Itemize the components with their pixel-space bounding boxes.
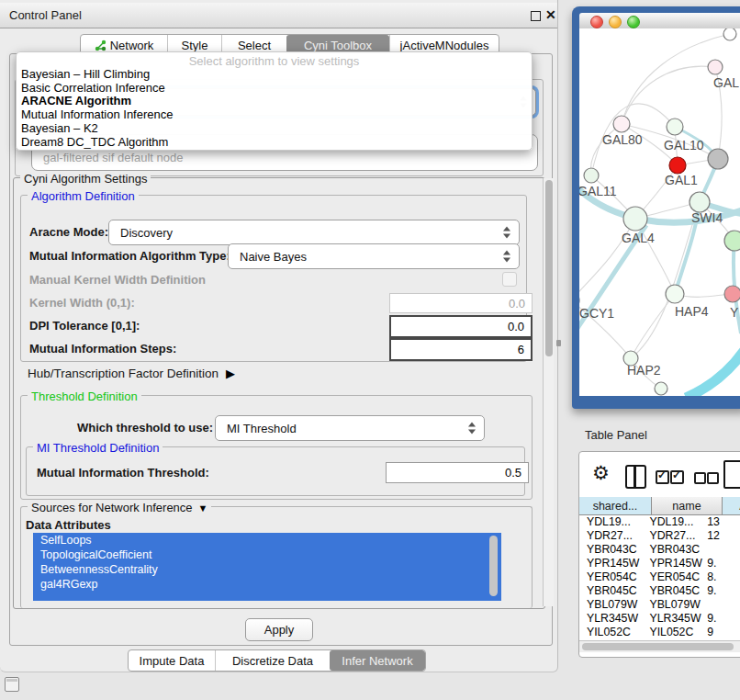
table-column-header[interactable]: A <box>723 497 740 515</box>
mi-threshold-group-title: MI Threshold Definition <box>33 441 163 455</box>
scrollbar-thumb[interactable] <box>582 643 734 650</box>
network-node[interactable] <box>623 207 647 231</box>
aracne-mode-value: Discovery <box>120 226 173 240</box>
apply-button[interactable]: Apply <box>245 618 313 641</box>
network-node-label: GAL1 <box>665 173 698 187</box>
network-node[interactable] <box>655 382 667 395</box>
algorithm-option[interactable]: Basic Correlation Inference <box>21 82 527 96</box>
sources-title[interactable]: Sources for Network Inference▼ <box>28 501 211 514</box>
settings-scrollbar-thumb[interactable] <box>545 180 553 356</box>
table-panel-title: Table Panel <box>585 428 647 442</box>
tab-impute-data[interactable]: Impute Data <box>129 650 215 671</box>
table-row[interactable]: YDL19...YDL19...13 <box>579 515 740 529</box>
network-node-label: Y <box>730 305 739 320</box>
dpi-tolerance-field[interactable]: 0.0 <box>389 315 533 338</box>
algorithm-option[interactable]: Dream8 DC_TDC Algorithm <box>21 136 527 150</box>
panel-dock-icon[interactable] <box>5 677 19 692</box>
data-attribute-item[interactable]: gal4RGexp <box>33 577 501 592</box>
table-cell: 9. <box>703 584 740 598</box>
network-node[interactable] <box>690 192 710 212</box>
table-row[interactable]: YBL079WYBL079W <box>579 598 740 612</box>
mi-type-combo[interactable]: Naive Bayes <box>228 243 520 269</box>
tab-label: Select <box>238 39 271 52</box>
zoom-traffic-light-icon[interactable] <box>627 16 640 28</box>
network-graph[interactable]: GALGAL80GAL10GAL1GAL11SWI4GAL4GCY1HAP4YH… <box>579 28 740 396</box>
algorithm-dropdown-placeholder: Select algorithm to view settings <box>17 54 532 68</box>
table-cell: 9 <box>703 626 740 636</box>
combo-arrows-icon <box>503 227 511 239</box>
network-node-label: GAL80 <box>602 132 643 147</box>
network-node-label: HAP4 <box>675 304 709 319</box>
tab-discretize-data[interactable]: Discretize Data <box>215 650 330 671</box>
network-node[interactable] <box>708 149 728 169</box>
manual-kernel-label: Manual Kernel Width Definition <box>29 273 206 287</box>
column-layout-icon[interactable] <box>625 465 646 489</box>
network-window-titlebar[interactable] <box>579 13 740 29</box>
select-all-checkbox-icon[interactable]: ✓ <box>656 470 669 484</box>
data-attributes-list[interactable]: SelfLoopsTopologicalCoefficientBetweenne… <box>33 533 501 601</box>
table-cell: YER054C <box>642 570 703 584</box>
table-cell: YDR27... <box>642 529 703 543</box>
table-row[interactable]: YDR27...YDR27...12 <box>579 529 740 543</box>
network-node[interactable] <box>613 116 630 132</box>
which-threshold-combo[interactable]: MI Threshold <box>215 415 485 441</box>
mi-threshold-field[interactable]: 0.5 <box>386 462 529 483</box>
table-row[interactable]: YLR345WYLR345W9. <box>579 612 740 626</box>
algorithm-dropdown-list: Bayesian – Hill ClimbingBasic Correlatio… <box>21 68 527 149</box>
document-icon[interactable] <box>723 460 740 489</box>
table-cell: 13 <box>703 515 740 529</box>
disclosure-right-icon: ▶ <box>226 367 235 380</box>
network-node[interactable] <box>724 231 740 251</box>
splitter-handle[interactable] <box>556 340 561 346</box>
settings-scrollbar[interactable] <box>543 178 554 606</box>
network-node[interactable] <box>724 286 740 302</box>
tab-infer-network[interactable]: Infer Network <box>330 650 425 671</box>
float-window-icon[interactable] <box>531 11 541 21</box>
network-node[interactable] <box>584 168 599 183</box>
mi-steps-field[interactable]: 6 <box>389 338 533 361</box>
table-cell: 9. <box>703 557 740 570</box>
network-node[interactable] <box>708 60 723 74</box>
data-attribute-item[interactable]: BetweennessCentrality <box>33 562 501 577</box>
network-node[interactable] <box>669 157 686 174</box>
table-cell: YBR045C <box>642 584 703 598</box>
tab-label: jActiveMNodules <box>400 39 489 52</box>
close-traffic-light-icon[interactable] <box>590 16 603 28</box>
table-cell: YBL079W <box>579 598 642 612</box>
network-node[interactable] <box>667 119 683 135</box>
algorithm-option[interactable]: Mutual Information Inference <box>21 108 527 122</box>
table-row[interactable]: YER054CYER054C8. <box>579 570 740 584</box>
table-row[interactable]: YBR043CYBR043C <box>579 543 740 557</box>
deselect-checkbox-icon[interactable] <box>694 472 706 484</box>
table-horizontal-scrollbar[interactable] <box>579 640 740 652</box>
table-column-header[interactable]: shared... <box>579 497 652 515</box>
algorithm-option[interactable]: Bayesian – Hill Climbing <box>21 68 527 82</box>
manual-kernel-checkbox[interactable] <box>502 272 517 287</box>
network-canvas[interactable]: GALGAL80GAL10GAL1GAL11SWI4GAL4GCY1HAP4YH… <box>579 28 740 396</box>
algorithm-option[interactable]: ARACNE Algorithm <box>21 95 527 108</box>
data-attribute-item[interactable]: SelfLoops <box>33 533 501 548</box>
network-node[interactable] <box>723 28 736 40</box>
algorithm-option[interactable]: Bayesian – K2 <box>21 122 527 136</box>
table-column-header[interactable]: name <box>652 497 723 515</box>
list-scrollbar-thumb[interactable] <box>489 536 498 596</box>
close-icon[interactable]: ✕ <box>545 7 556 22</box>
minimize-traffic-light-icon[interactable] <box>609 16 622 28</box>
table-row[interactable]: YBR045CYBR045C9. <box>579 584 740 598</box>
aracne-mode-combo[interactable]: Discovery <box>108 220 520 245</box>
control-panel-header[interactable]: Control Panel ✕ <box>0 3 557 28</box>
table-cell: YLR345W <box>579 612 642 626</box>
table-row[interactable]: YPR145WYPR145W9. <box>579 557 740 570</box>
gear-icon[interactable]: ⚙ <box>592 462 610 484</box>
highlight-edge <box>686 344 740 396</box>
table-cell: YBR045C <box>579 584 642 598</box>
select-all-checkbox-icon[interactable]: ✓ <box>670 470 684 484</box>
data-attribute-item[interactable]: TopologicalCoefficient <box>33 548 501 562</box>
kernel-width-field[interactable]: 0.0 <box>389 293 533 313</box>
network-node[interactable] <box>666 285 684 303</box>
table-cell: YLR345W <box>642 612 703 626</box>
table-row[interactable]: YIL052CYIL052C9 <box>579 626 740 636</box>
hub-definition-disclosure[interactable]: Hub/Transcription Factor Definition▶ <box>28 367 235 380</box>
table-cell: YDL19... <box>579 515 642 529</box>
deselect-checkbox-icon[interactable] <box>707 472 719 484</box>
